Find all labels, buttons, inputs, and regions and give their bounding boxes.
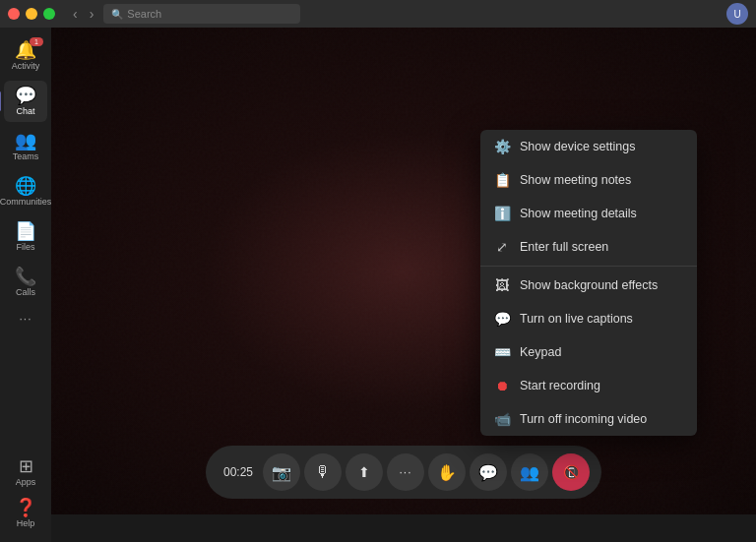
call-timer: 00:25 xyxy=(218,465,259,479)
sidebar-item-chat[interactable]: 💬 Chat xyxy=(4,81,47,122)
apps-icon: ⊞ xyxy=(19,457,33,475)
title-bar: ‹ › 🔍 Search U xyxy=(0,0,756,28)
full-screen-icon: ⤢ xyxy=(494,239,510,255)
sidebar-item-files[interactable]: 📄 Files xyxy=(4,216,47,258)
menu-item-show-background-effects[interactable]: 🖼 Show background effects xyxy=(480,269,697,302)
menu-label-turn-on-live-captions: Turn on live captions xyxy=(520,312,633,326)
menu-divider xyxy=(480,266,697,267)
sidebar-bottom: ⊞ Apps ❓ Help xyxy=(4,452,47,534)
minimize-button[interactable] xyxy=(26,8,37,20)
search-placeholder: Search xyxy=(127,8,161,20)
camera-icon: 📷 xyxy=(272,463,291,482)
call-toolbar: 00:25 📷 🎙 ⬆ ··· ✋ 💬 👥 📵 xyxy=(206,446,601,499)
end-call-button[interactable]: 📵 xyxy=(552,453,590,491)
sidebar-label-files: Files xyxy=(16,242,34,252)
menu-label-start-recording: Start recording xyxy=(520,379,600,392)
share-icon: ⬆ xyxy=(358,464,370,480)
calls-icon: 📞 xyxy=(15,268,36,285)
camera-button[interactable]: 📷 xyxy=(263,453,300,491)
sidebar-item-communities[interactable]: 🌐 Communities xyxy=(4,171,47,212)
sidebar-label-activity: Activity xyxy=(12,61,40,71)
mic-icon: 🎙 xyxy=(315,463,331,481)
keypad-icon: ⌨️ xyxy=(494,344,510,360)
sidebar-label-chat: Chat xyxy=(16,106,34,116)
main-content: ⚙️ Show device settings 📋 Show meeting n… xyxy=(51,28,756,514)
share-button[interactable]: ⬆ xyxy=(346,453,383,491)
sidebar: 1 🔔 Activity 💬 Chat 👥 Teams 🌐 Communitie… xyxy=(0,28,51,542)
sidebar-item-activity[interactable]: 1 🔔 Activity xyxy=(4,35,47,77)
files-icon: 📄 xyxy=(15,222,36,240)
incoming-video-icon: 📹 xyxy=(494,411,510,427)
search-icon: 🔍 xyxy=(111,9,123,20)
menu-item-turn-off-incoming-video[interactable]: 📹 Turn off incoming video xyxy=(480,402,697,436)
app-layout: 1 🔔 Activity 💬 Chat 👥 Teams 🌐 Communitie… xyxy=(0,0,756,542)
meeting-notes-icon: 📋 xyxy=(494,172,510,188)
background-effects-icon: 🖼 xyxy=(494,277,510,293)
back-button[interactable]: ‹ xyxy=(69,4,82,24)
menu-label-enter-full-screen: Enter full screen xyxy=(520,240,608,254)
close-button[interactable] xyxy=(8,8,20,20)
more-icon: ··· xyxy=(19,313,32,325)
menu-label-show-background-effects: Show background effects xyxy=(520,278,658,292)
mic-button[interactable]: 🎙 xyxy=(304,453,342,491)
chat-toolbar-button[interactable]: 💬 xyxy=(470,453,507,491)
chat-icon: 💬 xyxy=(15,87,36,104)
menu-label-show-device-settings: Show device settings xyxy=(520,140,635,153)
participants-icon: 👥 xyxy=(520,463,539,482)
meeting-details-icon: ℹ️ xyxy=(494,206,510,221)
participants-button[interactable]: 👥 xyxy=(511,453,548,491)
menu-label-show-meeting-details: Show meeting details xyxy=(520,207,637,220)
menu-item-show-meeting-notes[interactable]: 📋 Show meeting notes xyxy=(480,163,697,197)
menu-item-enter-full-screen[interactable]: ⤢ Enter full screen xyxy=(480,230,697,264)
device-settings-icon: ⚙️ xyxy=(494,139,510,154)
sidebar-item-help[interactable]: ❓ Help xyxy=(4,493,47,534)
live-captions-icon: 💬 xyxy=(494,311,510,327)
menu-item-turn-on-live-captions[interactable]: 💬 Turn on live captions xyxy=(480,302,697,335)
menu-item-show-meeting-details[interactable]: ℹ️ Show meeting details xyxy=(480,197,697,230)
more-options-icon: ··· xyxy=(400,465,412,479)
nav-controls: ‹ › xyxy=(69,4,97,24)
end-call-icon: 📵 xyxy=(563,464,580,480)
raise-hand-button[interactable]: ✋ xyxy=(428,453,466,491)
context-menu: ⚙️ Show device settings 📋 Show meeting n… xyxy=(480,130,697,436)
menu-item-keypad[interactable]: ⌨️ Keypad xyxy=(480,335,697,369)
raise-hand-icon: ✋ xyxy=(437,463,457,482)
help-icon: ❓ xyxy=(15,499,36,516)
avatar[interactable]: U xyxy=(726,3,748,25)
sidebar-item-teams[interactable]: 👥 Teams xyxy=(4,126,47,167)
sidebar-label-communities: Communities xyxy=(0,197,51,207)
teams-icon: 👥 xyxy=(15,132,36,150)
sidebar-item-apps[interactable]: ⊞ Apps xyxy=(4,452,47,493)
menu-label-keypad: Keypad xyxy=(520,345,561,359)
sidebar-label-calls: Calls xyxy=(16,287,35,297)
sidebar-item-calls[interactable]: 📞 Calls xyxy=(4,262,47,303)
activity-badge: 1 xyxy=(30,37,43,46)
menu-label-show-meeting-notes: Show meeting notes xyxy=(520,173,631,187)
sidebar-label-teams: Teams xyxy=(13,151,39,161)
maximize-button[interactable] xyxy=(43,8,55,20)
sidebar-label-apps: Apps xyxy=(16,477,36,487)
record-icon: ⏺ xyxy=(494,378,510,393)
sidebar-label-help: Help xyxy=(17,518,35,528)
sidebar-item-more[interactable]: ··· xyxy=(4,307,47,331)
menu-label-turn-off-incoming-video: Turn off incoming video xyxy=(520,412,647,426)
more-options-button[interactable]: ··· xyxy=(387,453,424,491)
menu-item-start-recording[interactable]: ⏺ Start recording xyxy=(480,369,697,402)
communities-icon: 🌐 xyxy=(15,177,36,195)
search-bar[interactable]: 🔍 Search xyxy=(103,4,300,24)
menu-item-show-device-settings[interactable]: ⚙️ Show device settings xyxy=(480,130,697,163)
chat-toolbar-icon: 💬 xyxy=(478,463,498,482)
forward-button[interactable]: › xyxy=(86,4,98,24)
